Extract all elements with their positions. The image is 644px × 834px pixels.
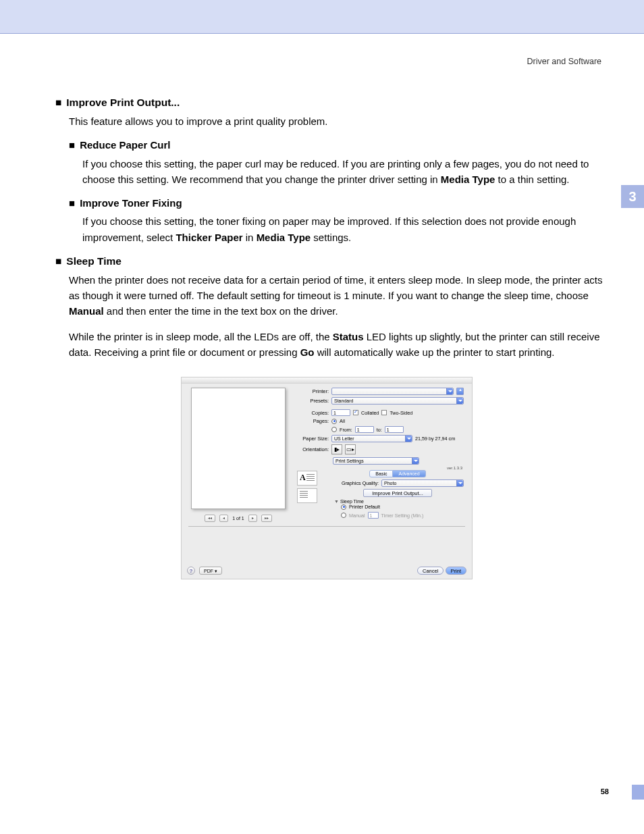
presets-select[interactable]: Standard [331, 397, 464, 405]
collated-label: Collated [361, 410, 379, 416]
top-bar [0, 0, 644, 34]
sleep-time-group-label: Sleep Time [340, 499, 364, 504]
content: ■ Improve Print Output... This feature a… [55, 95, 609, 369]
tab-basic[interactable]: Basic [369, 470, 393, 477]
body-improve-output: This feature allows you to improve a pri… [69, 113, 609, 129]
nav-next-button[interactable]: ▸ [248, 515, 257, 522]
page-accent [632, 785, 644, 800]
graphics-quality-select[interactable]: Photo [381, 479, 464, 487]
printer-label: Printer: [296, 388, 329, 394]
pages-to-input[interactable]: 1 [385, 426, 404, 433]
body-improve-toner: If you choose this setting, the toner fi… [82, 213, 609, 245]
pages-label: Pages: [296, 418, 329, 424]
pages-all-radio[interactable] [331, 419, 337, 424]
nav-last-button[interactable]: ▸▸ [261, 515, 272, 522]
printer-info-button[interactable] [456, 388, 464, 395]
paper-dimensions: 21,59 by 27,94 cm [415, 436, 455, 442]
chapter-tab: 3 [621, 185, 644, 208]
printer-default-label: Printer Default [349, 504, 380, 510]
from-label: From: [340, 427, 352, 433]
body-sleep-time-1: When the printer does not receive data f… [69, 272, 609, 319]
print-preview [191, 388, 286, 509]
orientation-label: Orientation: [296, 446, 329, 452]
orientation-landscape-button[interactable]: ▭▸ [345, 444, 356, 454]
pages-all-label: All [340, 418, 345, 424]
copies-label: Copies: [296, 410, 329, 416]
copies-input[interactable]: 1 [331, 409, 350, 416]
heading-sleep-time: ■ Sleep Time [55, 253, 609, 269]
timer-setting-label: Timer Setting (Min.) [381, 513, 424, 519]
to-label: to: [377, 427, 382, 433]
two-sided-label: Two-Sided [390, 410, 412, 416]
nav-first-button[interactable]: ◂◂ [205, 515, 215, 522]
quality-thumb-graphic [297, 488, 317, 503]
nav-prev-button[interactable]: ◂ [219, 515, 228, 522]
heading-reduce-curl: ■ Reduce Paper Curl [69, 137, 609, 153]
page-number: 58 [601, 787, 609, 796]
paper-size-select[interactable]: US Letter [331, 435, 412, 442]
quality-thumb-text [297, 471, 317, 486]
manual-timer-input[interactable]: 1 [368, 512, 379, 519]
printer-default-radio[interactable] [341, 504, 346, 510]
print-dialog: ◂◂ ◂ 1 of 1 ▸ ▸▸ Printer: Presets: Stand… [181, 377, 473, 579]
collated-checkbox[interactable] [353, 410, 358, 415]
dialog-titlebar[interactable] [182, 377, 472, 384]
orientation-portrait-button[interactable]: ▮▸ [331, 444, 342, 454]
body-sleep-time-2: While the printer is in sleep mode, all … [69, 329, 609, 361]
pages-from-input[interactable]: 1 [355, 426, 374, 433]
pdf-menu-button[interactable]: PDF ▾ [199, 567, 222, 575]
graphics-quality-label: Graphics Quality: [331, 480, 379, 486]
improve-print-output-button[interactable]: Improve Print Output... [363, 489, 431, 497]
tab-advanced[interactable]: Advanced [393, 470, 425, 477]
heading-improve-toner: ■ Improve Toner Fixing [69, 195, 609, 211]
print-button[interactable]: Print [446, 567, 466, 575]
settings-section-select[interactable]: Print Settings [333, 457, 419, 465]
cancel-button[interactable]: Cancel [417, 567, 444, 575]
manual-label: Manual [349, 513, 365, 519]
paper-size-label: Paper Size: [296, 436, 329, 442]
heading-improve-output: ■ Improve Print Output... [55, 95, 609, 111]
presets-label: Presets: [296, 398, 329, 404]
printer-select[interactable] [331, 388, 454, 395]
page-header-section: Driver and Software [527, 57, 601, 66]
help-button[interactable]: ? [187, 567, 195, 575]
pages-from-radio[interactable] [331, 427, 337, 432]
manual-radio[interactable] [341, 513, 346, 518]
preview-page-indicator: 1 of 1 [232, 516, 244, 521]
body-reduce-curl: If you choose this setting, the paper cu… [82, 156, 609, 188]
two-sided-checkbox[interactable] [381, 410, 387, 415]
